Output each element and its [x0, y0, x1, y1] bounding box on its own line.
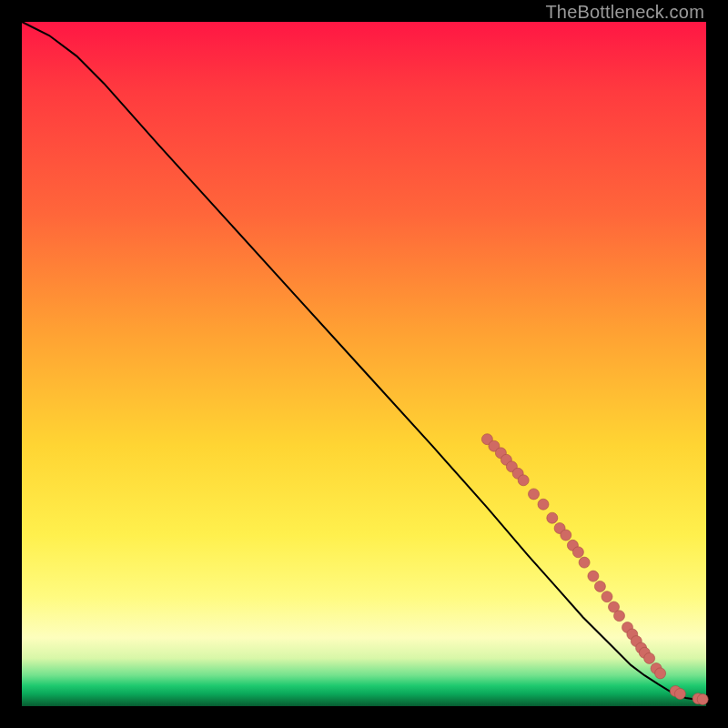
data-marker: [572, 547, 583, 558]
data-marker: [518, 475, 529, 486]
plot-area: [22, 22, 706, 706]
data-marker: [614, 611, 625, 622]
data-marker: [602, 592, 612, 602]
watermark-text: TheBottleneck.com: [545, 2, 704, 23]
data-marker: [674, 689, 685, 700]
chart-svg: [22, 22, 706, 706]
marker-group: [481, 434, 708, 705]
data-marker: [529, 489, 540, 500]
data-marker: [547, 512, 558, 523]
data-marker: [594, 581, 605, 592]
data-marker: [655, 668, 666, 679]
data-marker: [697, 694, 708, 705]
data-marker: [644, 652, 655, 663]
data-marker: [538, 499, 549, 510]
chart-frame: TheBottleneck.com: [0, 0, 728, 728]
data-marker: [561, 530, 571, 541]
data-marker: [579, 557, 590, 568]
data-marker: [588, 571, 599, 581]
